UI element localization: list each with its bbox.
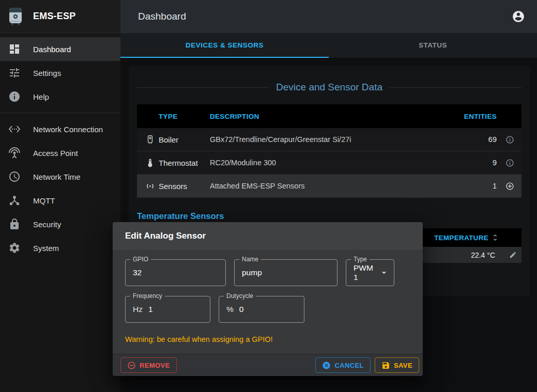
ethernet-icon [8, 123, 21, 135]
sidebar-item-help[interactable]: Help [0, 85, 120, 108]
col-temperature[interactable]: TEMPERATURE [434, 234, 488, 242]
sidebar-item-system[interactable]: System [0, 236, 120, 260]
sort-icon[interactable] [491, 233, 499, 242]
gpio-warning-text: Warning: be careful when assigning a GPI… [125, 335, 410, 343]
edit-icon[interactable] [509, 251, 517, 259]
tab-bar: DEVICES & SENSORS STATUS [120, 33, 537, 58]
col-type[interactable]: TYPE [159, 113, 210, 120]
sidebar-item-label: Network Connection [33, 125, 103, 134]
tune-icon [8, 67, 21, 79]
temperature-sensors-title: Temperature Sensors [137, 211, 521, 221]
sidebar-nav: Dashboard Settings Help Network Connecti… [0, 33, 120, 260]
dialog-body: GPIO 32 Name pump Type PWM 1 Frequency H… [113, 250, 423, 354]
clock-icon [8, 170, 21, 183]
dutycycle-field[interactable]: Dutycycle % 0 [219, 296, 304, 323]
dutycycle-unit: % [226, 305, 234, 314]
frequency-unit: Hz [133, 305, 143, 314]
remove-circle-icon [127, 361, 136, 370]
save-button[interactable]: SAVE [375, 357, 419, 373]
sidebar-item-settings[interactable]: Settings [0, 61, 120, 85]
add-circle-icon[interactable] [498, 182, 521, 191]
device-description: GBx72/Trendline/Cerapur/Greenstar Si/27i [210, 135, 451, 144]
dialog-footer: REMOVE CANCEL SAVE [113, 354, 423, 376]
device-entities: 1 [451, 182, 498, 190]
sidebar-item-label: Security [33, 220, 61, 229]
sidebar-divider [0, 113, 120, 113]
sidebar-item-label: Access Point [33, 149, 78, 158]
sidebar-header: EMS-ESP [0, 0, 120, 33]
top-app-bar: Dashboard [120, 0, 537, 33]
table-row-sensors[interactable]: Sensors Attached EMS-ESP Sensors 1 [137, 175, 521, 198]
frequency-field-label: Frequency [130, 292, 165, 300]
lock-icon [8, 218, 21, 230]
dialog-header: Edit Analog Sensor [113, 222, 423, 250]
app-logo-boiler-icon [8, 7, 23, 26]
device-table-header: TYPE DESCRIPTION ENTITIES [137, 104, 521, 128]
dialog-title: Edit Analog Sensor [125, 231, 206, 241]
dialog-field-row: GPIO 32 Name pump Type PWM 1 [125, 259, 410, 286]
gpio-field-label: GPIO [130, 256, 151, 263]
thermostat-icon [137, 158, 159, 168]
sidebar-item-label: Help [33, 92, 49, 101]
app-title: EMS-ESP [33, 11, 75, 22]
col-entities[interactable]: ENTITIES [451, 113, 498, 120]
frequency-field[interactable]: Frequency Hz 1 [125, 296, 210, 323]
sidebar-item-mqtt[interactable]: MQTT [0, 189, 120, 212]
dutycycle-field-value: 0 [239, 305, 244, 314]
chevron-down-icon [379, 268, 389, 278]
info-icon [8, 90, 21, 103]
tab-status[interactable]: STATUS [329, 33, 537, 58]
temperature-value: 22.4 °C [471, 251, 495, 259]
gear-icon [8, 242, 21, 254]
sidebar-item-dashboard[interactable]: Dashboard [0, 37, 120, 61]
table-row-boiler[interactable]: Boiler GBx72/Trendline/Cerapur/Greenstar… [137, 128, 521, 151]
sidebar-item-label: Settings [33, 69, 61, 77]
cancel-button-label: CANCEL [334, 362, 364, 369]
divider-line [390, 87, 521, 88]
sidebar-item-access-point[interactable]: Access Point [0, 141, 120, 165]
cancel-circle-icon [322, 361, 331, 370]
device-description: RC20/Moduline 300 [210, 159, 451, 167]
account-button[interactable] [508, 6, 529, 27]
device-table: TYPE DESCRIPTION ENTITIES Boiler GBx72/T… [137, 104, 521, 198]
device-type: Boiler [159, 135, 210, 144]
device-type: Sensors [159, 182, 210, 191]
type-select-label: Type [351, 256, 370, 263]
name-field-label: Name [239, 256, 261, 263]
antenna-icon [8, 147, 21, 159]
type-select-value: PWM 1 [354, 263, 379, 282]
name-field[interactable]: Name pump [234, 259, 337, 286]
sidebar-item-network-time[interactable]: Network Time [0, 165, 120, 189]
remove-button[interactable]: REMOVE [120, 357, 177, 373]
dutycycle-field-label: Dutycycle [224, 292, 256, 300]
device-entities: 9 [451, 159, 498, 167]
cancel-button[interactable]: CANCEL [315, 357, 371, 373]
sidebar-item-network-connection[interactable]: Network Connection [0, 117, 120, 141]
account-circle-icon [512, 10, 525, 23]
tab-devices-sensors[interactable]: DEVICES & SENSORS [120, 33, 329, 58]
gpio-field-value: 32 [133, 268, 142, 277]
section-title: Device and Sensor Data [276, 82, 382, 93]
type-select[interactable]: Type PWM 1 [346, 259, 394, 286]
section-divider: Device and Sensor Data [137, 82, 521, 93]
sidebar: EMS-ESP Dashboard Settings Help Network … [0, 0, 120, 392]
sidebar-item-label: Dashboard [33, 45, 71, 54]
dashboard-icon [8, 43, 21, 55]
save-icon [381, 361, 390, 370]
sensors-icon [137, 181, 159, 191]
save-button-label: SAVE [394, 362, 412, 369]
table-row-thermostat[interactable]: Thermostat RC20/Moduline 300 9 [137, 151, 521, 175]
info-icon[interactable] [498, 159, 521, 167]
info-icon[interactable] [498, 135, 521, 144]
sidebar-item-label: MQTT [33, 196, 55, 205]
boiler-icon [137, 135, 159, 145]
divider-line [137, 87, 269, 88]
device-entities: 69 [451, 135, 498, 144]
dialog-field-row: Frequency Hz 1 Dutycycle % 0 [125, 296, 410, 323]
gpio-field[interactable]: GPIO 32 [125, 259, 226, 286]
device-hub-icon [8, 194, 21, 207]
device-type: Thermostat [159, 159, 210, 167]
sidebar-item-security[interactable]: Security [0, 212, 120, 236]
col-description[interactable]: DESCRIPTION [210, 113, 451, 120]
sidebar-item-label: System [33, 244, 59, 253]
